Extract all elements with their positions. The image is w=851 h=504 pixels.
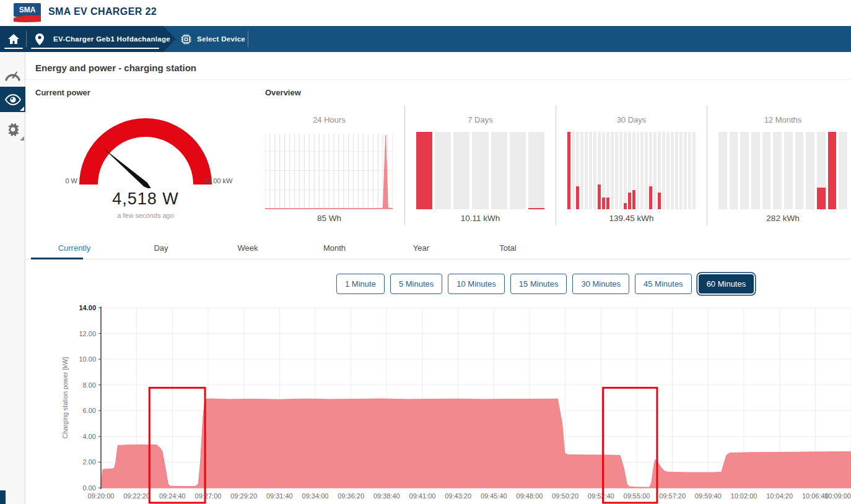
svg-text:10:04:20: 10:04:20	[766, 492, 793, 500]
breadcrumb-underline	[31, 48, 159, 49]
mini-bar	[615, 132, 618, 209]
mini-bar	[585, 132, 588, 209]
mini-bar	[828, 132, 837, 209]
overview-mini-chart	[416, 132, 544, 209]
svg-text:10:02:00: 10:02:00	[731, 492, 757, 500]
tab-month[interactable]: Month	[291, 237, 378, 259]
svg-text:09:43:20: 09:43:20	[445, 492, 471, 500]
select-device-button[interactable]: Select Device	[197, 26, 245, 52]
mini-bar	[718, 132, 727, 209]
overview-panel-7-days: 7 Days10.11 kWh	[405, 105, 556, 225]
svg-text:09:24:40: 09:24:40	[159, 492, 186, 500]
mini-bar	[453, 132, 469, 209]
mini-bar	[589, 132, 592, 209]
overview-mini-chart	[718, 132, 847, 209]
period-tabs: CurrentlyDayWeekMonthYearTotal	[25, 237, 851, 259]
mini-bar	[624, 132, 627, 209]
app-title: SMA EV CHARGER 22	[48, 6, 157, 17]
mini-bar	[435, 132, 451, 209]
overview-panel-total: 10.11 kWh	[416, 214, 544, 223]
mini-bar	[684, 132, 687, 209]
range-button-15-minutes[interactable]: 15 Minutes	[510, 274, 567, 294]
mini-bar	[606, 132, 609, 209]
svg-text:0.00: 0.00	[83, 484, 96, 492]
svg-text:09:29:20: 09:29:20	[230, 492, 257, 500]
sma-logo: SMA	[14, 3, 41, 23]
mini-bar	[645, 132, 648, 209]
mini-bar	[528, 132, 544, 209]
mini-bar	[658, 132, 661, 209]
mini-bar	[491, 132, 507, 209]
mini-bar	[572, 132, 575, 209]
overview-panel-24-hours: 24 Hours85 Wh	[254, 105, 405, 225]
current-power-gauge: 0 W 20.00 kW 4,518 W a few seconds ago	[53, 109, 238, 224]
svg-text:09:38:40: 09:38:40	[373, 492, 400, 500]
current-power-label: Current power	[35, 88, 90, 97]
sidebar	[0, 52, 25, 504]
overview-label: Overview	[265, 88, 301, 97]
mini-bar	[817, 132, 826, 209]
tab-currently[interactable]: Currently	[31, 237, 118, 259]
tab-total[interactable]: Total	[465, 237, 551, 259]
sma-logo-text: SMA	[19, 6, 36, 14]
range-button-60-minutes[interactable]: 60 Minutes	[697, 273, 756, 295]
speedometer-icon	[5, 69, 20, 81]
overview-mini-chart	[567, 132, 696, 209]
svg-text:09:57:20: 09:57:20	[659, 492, 686, 500]
overview-panel-title: 24 Hours	[265, 115, 393, 124]
range-button-1-minute[interactable]: 1 Minute	[336, 274, 385, 294]
tab-year[interactable]: Year	[378, 237, 465, 259]
svg-text:8.00: 8.00	[83, 381, 96, 389]
svg-text:10:09:00: 10:09:00	[824, 492, 851, 500]
mini-bar	[784, 132, 793, 209]
gauge-max-label: 20.00 kW	[204, 177, 238, 185]
sidebar-item-settings[interactable]	[0, 116, 25, 142]
svg-text:6.00: 6.00	[83, 407, 96, 414]
svg-text:2.00: 2.00	[83, 458, 96, 466]
overview-panel-12-months: 12 Months282 kWh	[707, 105, 851, 225]
mini-bar	[688, 132, 691, 209]
sidebar-item-monitoring[interactable]	[0, 87, 25, 112]
svg-text:09:20:00: 09:20:00	[88, 492, 115, 500]
overview-panel-total: 85 Wh	[265, 214, 393, 223]
svg-text:09:36:20: 09:36:20	[338, 492, 364, 500]
mini-bar	[567, 132, 570, 209]
mini-bar	[740, 132, 749, 209]
mini-bar	[762, 132, 771, 209]
mini-bar	[666, 132, 670, 209]
mini-bar	[679, 132, 683, 209]
mini-bar	[602, 132, 605, 209]
mini-bar	[675, 132, 678, 209]
mini-bar	[580, 132, 583, 209]
tab-day[interactable]: Day	[118, 237, 204, 259]
gauge-value: 4,518 W	[53, 189, 238, 209]
range-button-45-minutes[interactable]: 45 Minutes	[635, 274, 692, 294]
active-tab-underline	[31, 258, 83, 259]
mini-bar	[662, 132, 665, 209]
svg-text:09:48:00: 09:48:00	[517, 492, 543, 500]
overview-panel-total: 282 kWh	[718, 214, 847, 223]
range-button-5-minutes[interactable]: 5 Minutes	[390, 274, 442, 294]
mini-bar	[510, 132, 526, 209]
svg-text:4.00: 4.00	[83, 433, 96, 440]
corner-widget[interactable]	[0, 490, 6, 504]
tab-week[interactable]: Week	[204, 237, 291, 259]
heading-divider	[25, 79, 851, 80]
power-time-chart[interactable]: 0.002.004.006.008.0010.0012.0014.0009:20…	[59, 302, 851, 504]
range-button-10-minutes[interactable]: 10 Minutes	[448, 274, 505, 294]
eye-icon	[5, 94, 21, 105]
mini-bar	[472, 132, 488, 209]
svg-text:09:34:00: 09:34:00	[302, 492, 329, 500]
gauge-arc	[53, 109, 238, 188]
range-button-30-minutes[interactable]: 30 Minutes	[572, 274, 629, 294]
gauge-min-label: 0 W	[53, 177, 77, 185]
overview-panel-title: 7 Days	[416, 115, 544, 124]
svg-text:10.00: 10.00	[79, 355, 96, 363]
svg-text:09:52:40: 09:52:40	[588, 492, 614, 500]
svg-text:09:22:20: 09:22:20	[123, 492, 150, 500]
mini-bar	[806, 132, 814, 209]
mini-bar	[416, 132, 432, 209]
sidebar-item-dashboard[interactable]	[0, 62, 25, 87]
svg-text:09:41:00: 09:41:00	[409, 492, 436, 500]
svg-text:12.00: 12.00	[79, 330, 96, 337]
